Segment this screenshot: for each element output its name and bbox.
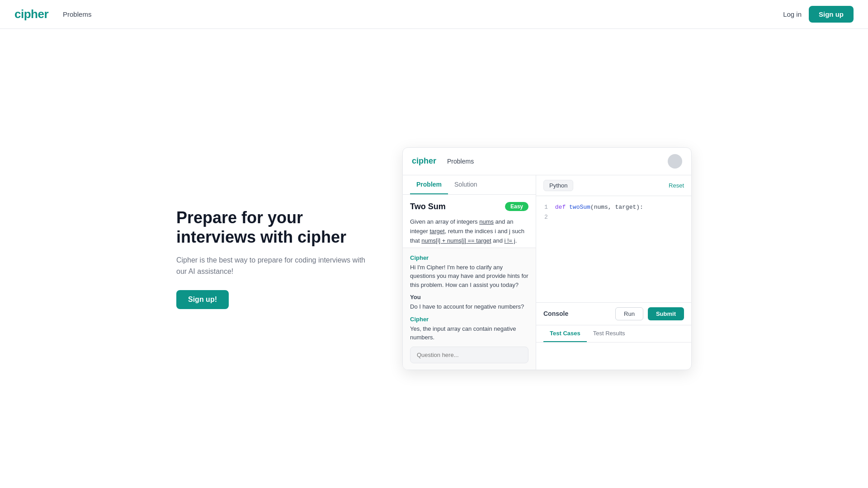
problems-nav-link[interactable]: Problems: [63, 10, 91, 18]
kw-def: def: [555, 204, 569, 211]
code-editor-header: Python Reset: [536, 175, 691, 196]
app-logo: cipher: [412, 156, 436, 166]
reset-button[interactable]: Reset: [669, 182, 684, 189]
code-line-1: 1def twoSum(nums, target):: [544, 202, 683, 212]
language-badge[interactable]: Python: [543, 180, 573, 191]
chat-section: Cipher Hi I'm Cipher! I'm here to clarif…: [403, 248, 536, 370]
logo: cipher: [14, 7, 48, 21]
login-button[interactable]: Log in: [783, 10, 802, 18]
chat-sender-cipher-1: Cipher: [410, 254, 528, 261]
main-content: Prepare for your interviews with cipher …: [0, 29, 868, 488]
console-header: Console Run Submit: [536, 303, 691, 325]
hero-section: Prepare for your interviews with cipher …: [176, 208, 366, 309]
console-section: Console Run Submit Test Cases Test Resul…: [536, 302, 691, 370]
chat-sender-you: You: [410, 294, 528, 300]
chat-sender-cipher-2: Cipher: [410, 316, 528, 323]
test-content: [536, 343, 691, 370]
neq-underline: i != j: [505, 237, 515, 244]
app-body: Problem Solution Two Sum Easy Given an a…: [403, 175, 691, 370]
code-editor[interactable]: 1def twoSum(nums, target): 2: [536, 196, 691, 302]
left-panel: Problem Solution Two Sum Easy Given an a…: [403, 175, 536, 370]
console-actions: Run Submit: [615, 307, 684, 320]
run-button[interactable]: Run: [615, 307, 643, 320]
difficulty-badge: Easy: [505, 202, 528, 211]
app-header: cipher Problems: [403, 148, 691, 175]
nav-right: Log in Sign up: [783, 6, 854, 23]
console-label: Console: [543, 310, 568, 317]
nums-underline: nums: [479, 218, 494, 225]
chat-input-wrap: [410, 347, 528, 363]
navbar: cipher Problems Log in Sign up: [0, 0, 868, 29]
tab-test-cases[interactable]: Test Cases: [543, 325, 587, 342]
hero-subheading: Cipher is the best way to prepare for co…: [176, 254, 366, 277]
problem-title-row: Two Sum Easy: [410, 202, 528, 211]
tab-solution[interactable]: Solution: [448, 175, 484, 194]
line-number-1: 1: [544, 204, 548, 211]
submit-button[interactable]: Submit: [648, 307, 684, 320]
problem-title: Two Sum: [410, 202, 446, 211]
nav-left: cipher Problems: [14, 7, 91, 21]
app-preview: cipher Problems Problem Solution Two Sum…: [402, 147, 692, 370]
right-panel: Python Reset 1def twoSum(nums, target): …: [536, 175, 691, 370]
hero-heading: Prepare for your interviews with cipher: [176, 208, 366, 247]
problem-tabs: Problem Solution: [403, 175, 536, 195]
chat-input[interactable]: [410, 347, 528, 363]
chat-msg-cipher-1: Hi I'm Cipher! I'm here to clarify any q…: [410, 263, 528, 290]
equation-underline: nums[i] + nums[j] == target: [421, 237, 491, 244]
fn-twosum: twoSum: [569, 204, 590, 211]
tab-problem[interactable]: Problem: [410, 175, 448, 194]
signup-button[interactable]: Sign up: [809, 6, 854, 23]
app-problems-link[interactable]: Problems: [447, 158, 474, 165]
target-underline: target: [429, 228, 444, 235]
chat-msg-cipher-2: Yes, the input array can contain negativ…: [410, 324, 528, 342]
problem-content: Two Sum Easy Given an array of integers …: [403, 195, 536, 248]
line-number-2: 2: [544, 214, 548, 221]
avatar: [668, 154, 682, 169]
tab-test-results[interactable]: Test Results: [587, 325, 632, 342]
params: (nums, target):: [590, 204, 643, 211]
chat-msg-you: Do I have to account for negative number…: [410, 302, 528, 311]
code-line-2: 2: [544, 212, 683, 222]
test-tabs: Test Cases Test Results: [536, 325, 691, 343]
app-header-left: cipher Problems: [412, 156, 474, 166]
hero-signup-button[interactable]: Sign up!: [176, 290, 229, 309]
problem-description-1: Given an array of integers nums and an i…: [410, 217, 528, 246]
